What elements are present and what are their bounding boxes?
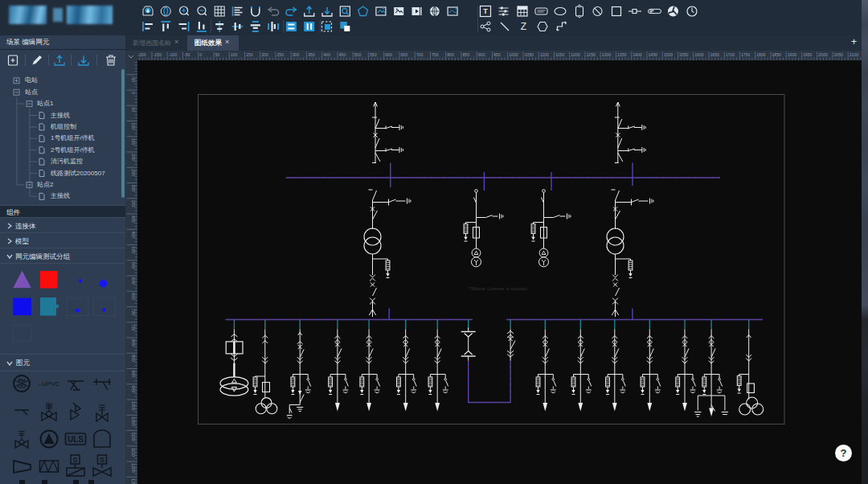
svg-text:2100: 2100: [850, 52, 859, 57]
svg-text:1050: 1050: [524, 52, 534, 57]
svg-text:1000: 1000: [509, 52, 518, 57]
svg-text:1350: 1350: [617, 52, 627, 57]
svg-text:450: 450: [131, 231, 136, 238]
svg-text:1900: 1900: [788, 52, 797, 57]
svg-text:450: 450: [338, 52, 346, 57]
svg-text:150: 150: [246, 52, 253, 57]
svg-text:-50: -50: [184, 52, 190, 57]
svg-text:-200: -200: [137, 52, 145, 57]
svg-text:750: 750: [131, 324, 136, 331]
svg-text:1600: 1600: [694, 52, 704, 57]
svg-text:S: S: [100, 456, 104, 464]
svg-text:1250: 1250: [586, 52, 596, 57]
svg-text:800: 800: [447, 52, 454, 57]
svg-text:2000: 2000: [818, 52, 828, 57]
svg-text:800: 800: [131, 339, 136, 347]
svg-text:400: 400: [131, 215, 136, 223]
svg-text:50: 50: [131, 107, 136, 112]
svg-text:ULS: ULS: [68, 435, 84, 444]
svg-text:-50: -50: [131, 76, 136, 83]
svg-text:500: 500: [354, 52, 362, 57]
svg-text:250: 250: [131, 169, 136, 176]
svg-text:1550: 1550: [679, 52, 689, 57]
svg-text:900: 900: [131, 371, 136, 378]
svg-text:550: 550: [131, 262, 136, 269]
svg-text:350: 350: [308, 52, 315, 57]
svg-text:1650: 1650: [710, 52, 719, 57]
svg-text:-100: -100: [169, 52, 177, 57]
svg-text:0: 0: [199, 52, 202, 57]
svg-text:100: 100: [231, 52, 238, 57]
svg-text:950: 950: [493, 52, 501, 57]
svg-text:Z: Z: [521, 21, 526, 32]
svg-text:1500: 1500: [664, 52, 674, 57]
svg-text:700: 700: [131, 309, 136, 316]
svg-text:100: 100: [131, 123, 136, 130]
svg-text:1700: 1700: [726, 52, 735, 57]
svg-text:850: 850: [462, 52, 469, 57]
svg-text:150: 150: [131, 138, 136, 146]
svg-text:1400: 1400: [633, 52, 642, 57]
svg-text:250: 250: [276, 52, 284, 57]
svg-text:750: 750: [432, 52, 439, 57]
svg-text:1100: 1100: [540, 52, 549, 57]
svg-text:650: 650: [400, 52, 407, 57]
svg-text:600: 600: [131, 277, 136, 285]
svg-text:850: 850: [131, 355, 136, 362]
svg-text:1850: 1850: [772, 52, 781, 57]
svg-text:900: 900: [478, 52, 485, 57]
svg-text:700: 700: [416, 52, 424, 57]
svg-text:600: 600: [385, 52, 392, 57]
svg-text:200: 200: [261, 52, 268, 57]
svg-text:1950: 1950: [803, 52, 813, 57]
svg-text:TWaver License is expired: TWaver License is expired: [469, 285, 527, 291]
svg-text:50: 50: [215, 52, 219, 57]
svg-text:950: 950: [131, 386, 136, 393]
svg-text:PH: PH: [18, 378, 25, 384]
svg-text:S: S: [72, 456, 77, 464]
svg-text:550: 550: [370, 52, 377, 57]
svg-text:400: 400: [323, 52, 330, 57]
svg-text:1200: 1200: [571, 52, 580, 57]
svg-text:1450: 1450: [648, 52, 657, 57]
svg-text:-150: -150: [153, 52, 161, 57]
svg-text:200: 200: [131, 154, 136, 161]
svg-text:500: 500: [131, 247, 136, 254]
svg-text:1750: 1750: [741, 52, 751, 57]
svg-text:OO: OO: [18, 384, 26, 389]
svg-text:350: 350: [131, 200, 136, 207]
svg-text:300: 300: [293, 52, 300, 57]
svg-text:2050: 2050: [833, 52, 843, 57]
svg-text:1150: 1150: [555, 52, 564, 57]
svg-text:1800: 1800: [756, 52, 766, 57]
svg-text:T: T: [483, 7, 488, 15]
svg-text:–UPVC: –UPVC: [39, 380, 60, 388]
svg-text:650: 650: [131, 293, 136, 300]
svg-text:300: 300: [131, 185, 136, 192]
svg-text:1300: 1300: [602, 52, 612, 57]
